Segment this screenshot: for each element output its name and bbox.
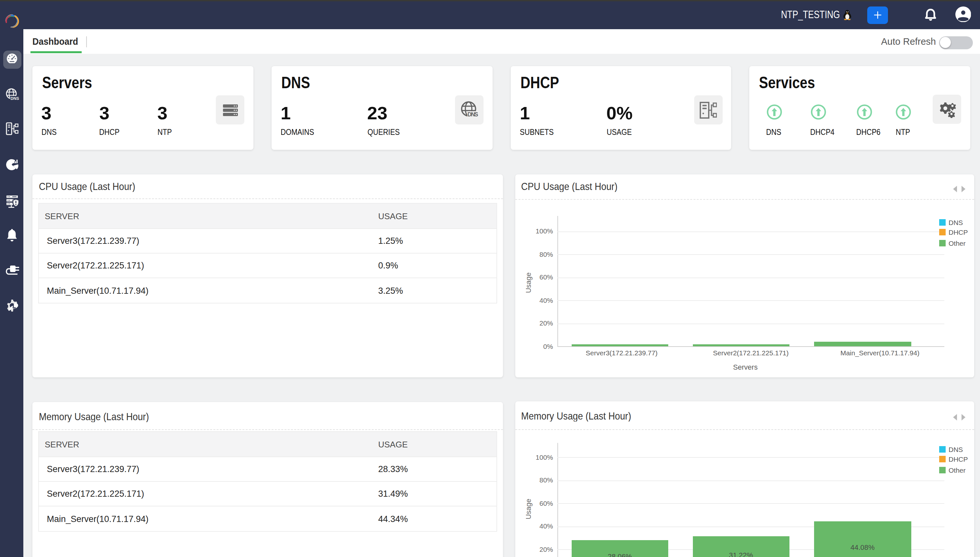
svg-text:DNS: DNS [468,111,478,118]
svg-text:DNS: DNS [10,96,19,101]
